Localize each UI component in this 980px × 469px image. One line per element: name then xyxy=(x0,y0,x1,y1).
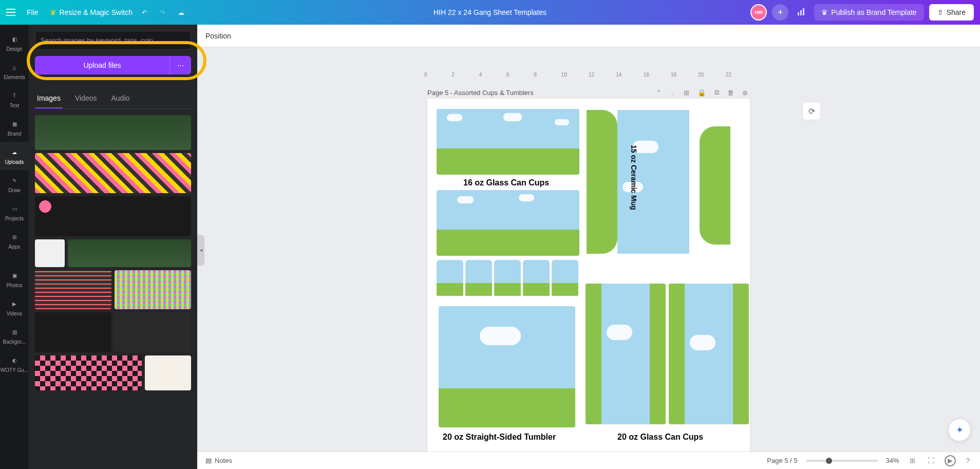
nav-apps[interactable]: ⊞ Apps xyxy=(0,227,29,255)
uploads-side-panel: Upload files ⋯ Record yourself Images Vi… xyxy=(29,25,197,469)
mini-can-template[interactable] xyxy=(523,260,550,296)
resize-magic-switch-button[interactable]: ♛ Resize & Magic Switch xyxy=(50,8,133,16)
ruler-tick: 8 xyxy=(534,72,561,82)
main-menu-icon[interactable] xyxy=(6,9,15,16)
crown-icon: ♛ xyxy=(50,8,56,16)
notes-button[interactable]: ▤ Notes xyxy=(205,457,232,464)
nav-projects[interactable]: ▭ Projects xyxy=(0,198,29,227)
lock-button[interactable]: 🔒 xyxy=(695,86,708,99)
uploads-grid xyxy=(35,115,191,390)
media-tabs: Images Videos Audio xyxy=(35,89,191,109)
tab-videos[interactable]: Videos xyxy=(73,89,99,108)
redo-button[interactable]: ↷ xyxy=(157,6,168,20)
page-indicator[interactable]: Page 5 / 5 xyxy=(767,457,797,464)
duplicate-page-button[interactable]: ⧉ xyxy=(712,86,721,99)
add-page-button[interactable]: ⊕ xyxy=(740,86,750,99)
undo-button[interactable]: ↶ xyxy=(139,6,150,20)
template-label-16oz[interactable]: 16 oz Glass Can Cups xyxy=(463,178,549,187)
template-label-20oz-glass[interactable]: 20 oz Glass Can Cups xyxy=(617,433,703,442)
nav-woty-guide[interactable]: ◐ WOTY Gu... xyxy=(0,350,29,378)
page-down-button[interactable]: ⌄ xyxy=(668,86,677,99)
upload-thumbnail[interactable] xyxy=(35,153,191,193)
notes-icon: ▤ xyxy=(205,457,212,464)
upload-thumbnail[interactable] xyxy=(35,239,65,267)
template-20oz-glass-can-left[interactable] xyxy=(586,284,666,424)
tab-audio[interactable]: Audio xyxy=(109,89,131,108)
tab-images[interactable]: Images xyxy=(35,89,63,108)
upload-thumbnail[interactable] xyxy=(115,312,191,352)
upload-files-button[interactable]: Upload files xyxy=(35,56,169,74)
horizontal-ruler: 0 2 4 6 8 10 12 14 16 18 20 22 xyxy=(424,72,753,82)
nav-background[interactable]: ▨ Backgro... xyxy=(0,322,29,350)
nav-uploads[interactable]: ☁ Uploads xyxy=(0,142,29,170)
nav-label: Draw xyxy=(8,187,20,193)
help-button[interactable]: ? xyxy=(964,455,972,466)
nav-label: Design xyxy=(6,46,22,52)
cloud-sync-icon[interactable]: ☁ xyxy=(175,6,187,20)
template-20oz-glass-can-right[interactable] xyxy=(669,284,749,424)
upload-thumbnail[interactable] xyxy=(35,312,111,352)
analytics-icon[interactable] xyxy=(794,4,809,21)
upload-thumbnail[interactable] xyxy=(145,355,191,390)
upload-thumbnail[interactable] xyxy=(35,115,191,150)
template-label-15oz-mug[interactable]: 15 oz Ceramic Mug xyxy=(630,145,638,210)
nav-label: Backgro... xyxy=(3,339,26,345)
user-avatar[interactable]: HIH xyxy=(750,4,767,21)
upload-thumbnail[interactable] xyxy=(68,239,191,267)
ruler-tick: 6 xyxy=(506,72,534,82)
page-title[interactable]: Page 5 - Assorted Cups & Tumblers xyxy=(427,89,534,97)
nav-brand[interactable]: ▦ Brand xyxy=(0,114,29,142)
share-button[interactable]: ⇧ Share xyxy=(929,4,974,21)
crown-icon: ♛ xyxy=(821,8,828,16)
ai-assistant-fab[interactable]: ✦ xyxy=(948,419,971,441)
publish-label: Publish as Brand Template xyxy=(831,8,916,16)
bottom-status-bar: ▤ Notes Page 5 / 5 34% ⊞ ⛶ ▶ ? xyxy=(197,452,980,469)
nav-label: Projects xyxy=(5,216,24,221)
upload-thumbnail[interactable] xyxy=(115,270,191,309)
zoom-level-display[interactable]: 34% xyxy=(886,457,899,464)
add-member-button[interactable]: + xyxy=(772,4,788,21)
text-icon: T xyxy=(9,90,20,101)
upload-thumbnail[interactable] xyxy=(35,270,111,309)
nav-design[interactable]: ◧ Design xyxy=(0,29,29,57)
projects-icon: ▭ xyxy=(9,203,20,214)
mini-can-template[interactable] xyxy=(494,260,521,296)
upload-more-options-button[interactable]: ⋯ xyxy=(169,56,191,74)
canvas-page[interactable]: 16 oz Glass Can Cups 15 oz Ceramic Mug 2… xyxy=(427,99,750,460)
nav-elements[interactable]: △ Elements xyxy=(0,57,29,85)
nav-photos[interactable]: ▣ Photos xyxy=(0,265,29,293)
nav-text[interactable]: T Text xyxy=(0,85,29,114)
grid-view-button[interactable]: ⊞ xyxy=(908,455,917,466)
publish-brand-template-button[interactable]: ♛ Publish as Brand Template xyxy=(814,4,924,21)
regenerate-button[interactable]: ⟳ xyxy=(802,102,821,120)
collapse-panel-handle[interactable]: ◂ xyxy=(197,235,204,266)
upload-thumbnail[interactable] xyxy=(35,355,142,390)
project-title[interactable]: HIH 22 x 24 Gang Sheet Templates xyxy=(434,8,546,16)
mini-can-template[interactable] xyxy=(552,260,578,296)
cloud-decoration xyxy=(607,325,632,340)
nav-draw[interactable]: ✎ Draw xyxy=(0,170,29,198)
grid-view-button[interactable]: ⊞ xyxy=(682,86,691,99)
position-button[interactable]: Position xyxy=(205,32,231,40)
delete-page-button[interactable]: 🗑 xyxy=(725,86,736,99)
page-up-button[interactable]: ⌃ xyxy=(654,86,664,99)
brand-icon: ▦ xyxy=(9,119,20,129)
fullscreen-button[interactable]: ⛶ xyxy=(926,455,936,466)
nav-videos[interactable]: ▶ Videos xyxy=(0,293,29,322)
present-button[interactable]: ▶ xyxy=(945,455,956,466)
magic-switch-label: Resize & Magic Switch xyxy=(60,8,133,16)
file-menu-button[interactable]: File xyxy=(22,5,44,20)
notes-label: Notes xyxy=(215,457,232,464)
template-16oz-glass-can-top[interactable] xyxy=(437,109,579,175)
mini-can-template[interactable] xyxy=(437,260,463,296)
zoom-slider[interactable] xyxy=(806,460,878,462)
template-15oz-mug[interactable] xyxy=(587,110,730,264)
template-16oz-glass-can-bottom[interactable] xyxy=(437,190,579,256)
search-uploads-input[interactable] xyxy=(35,31,191,50)
zoom-slider-thumb[interactable] xyxy=(826,458,832,464)
canvas-area: Position 0 2 4 6 8 10 12 14 16 18 20 22 … xyxy=(197,25,980,452)
upload-thumbnail[interactable] xyxy=(35,196,191,236)
template-label-20oz-tumbler[interactable]: 20 oz Straight-Sided Tumbler xyxy=(443,433,556,442)
mini-can-template[interactable] xyxy=(465,260,492,296)
template-20oz-tumbler[interactable] xyxy=(439,306,575,427)
